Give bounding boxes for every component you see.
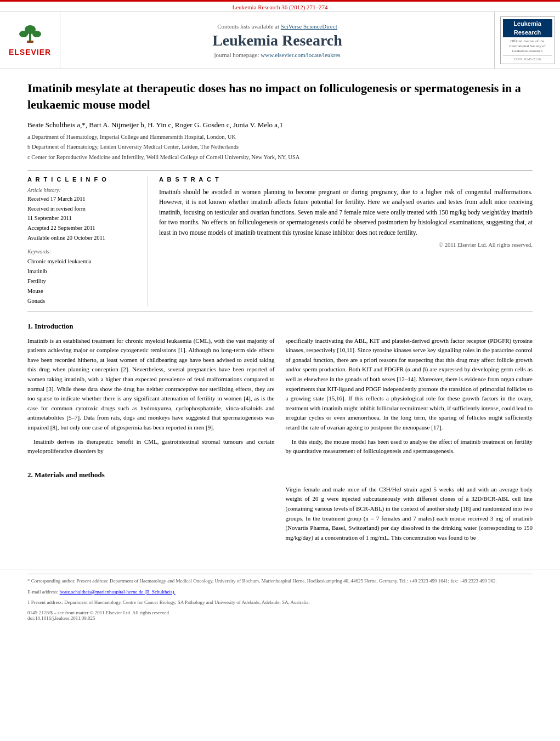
abstract-heading: A B S T R A C T xyxy=(159,176,533,183)
info-abstract-section: A R T I C L E I N F O Article history: R… xyxy=(27,176,533,306)
sciverse-text: Contents lists available at SciVerse Sci… xyxy=(217,23,337,30)
main-content: Imatinib mesylate at therapeutic doses h… xyxy=(0,69,560,558)
elsevier-tree-icon xyxy=(14,24,47,46)
abstract-text: Imatinib should be avoided in women plan… xyxy=(159,187,533,237)
star-footnote: * Corresponding author. Present address:… xyxy=(27,578,533,585)
one-footnote: 1 Present address: Department of Haemato… xyxy=(27,599,533,607)
article-info-heading: A R T I C L E I N F O xyxy=(27,176,139,183)
elsevier-name: ELSEVIER xyxy=(9,48,51,56)
methods-title-text: Materials and methods xyxy=(35,471,105,479)
svg-point-4 xyxy=(32,31,41,37)
keyword-5: Gonads xyxy=(27,296,139,306)
intro-right-para-2: In this study, the mouse model has been … xyxy=(286,437,533,456)
email-footnote: E-mail address: beate.schultheis@marienh… xyxy=(27,589,533,596)
logo-box-sub: Official Journal of the International So… xyxy=(509,39,545,53)
journal-title-area: Contents lists available at SciVerse Sci… xyxy=(60,12,494,69)
journal-logo-box-area: Leukemia Research Official Journal of th… xyxy=(494,12,560,69)
methods-section: 2. Materials and methods Virgin female a… xyxy=(27,471,533,547)
logo-box-title-part1: Leukemia xyxy=(513,20,541,27)
methods-body: Virgin female and male mice of the C3H/H… xyxy=(27,485,533,547)
intro-title: 1. Introduction xyxy=(27,322,533,331)
journal-citation-bar: Leukemia Research 36 (2012) 271–274 xyxy=(0,0,560,12)
methods-title: 2. Materials and methods xyxy=(27,471,533,479)
available-online: Available online 20 October 2011 xyxy=(27,234,139,242)
footer-copyright: 0145-2126/$ – see front matter © 2011 El… xyxy=(27,610,170,615)
intro-para-1: Imatinib is an established treatment for… xyxy=(27,336,275,433)
authors-line: Beate Schultheis a,*, Bart A. Nijmeijer … xyxy=(27,121,533,129)
article-info-col: A R T I C L E I N F O Article history: R… xyxy=(27,176,148,306)
intro-para-2: Imatinib derives its therapeutic benefit… xyxy=(27,437,275,456)
journal-title: Leukemia Research xyxy=(212,32,342,49)
received-revised-label: Received in revised form xyxy=(27,205,139,213)
svg-point-3 xyxy=(19,31,28,37)
footer: * Corresponding author. Present address:… xyxy=(0,569,560,625)
intro-left-col: Imatinib is an established treatment for… xyxy=(27,336,275,461)
elsevier-logo-area: ELSEVIER xyxy=(0,12,60,69)
article-title: Imatinib mesylate at therapeutic doses h… xyxy=(27,80,533,112)
keyword-4: Mouse xyxy=(27,286,139,296)
accepted-date: Accepted 22 September 2011 xyxy=(27,224,139,233)
footer-divider xyxy=(27,574,533,574)
journal-header: ELSEVIER Contents lists available at Sci… xyxy=(0,12,560,69)
revised-date: 11 September 2011 xyxy=(27,214,139,223)
introduction-section: 1. Introduction Imatinib is an establish… xyxy=(27,322,533,461)
keyword-1: Chronic myeloid leukaemia xyxy=(27,257,139,267)
methods-para-1: Virgin female and male mice of the C3H/H… xyxy=(286,485,533,543)
logo-box-title-part2: Research xyxy=(514,29,541,36)
abstract-col: A B S T R A C T Imatinib should be avoid… xyxy=(159,176,533,306)
copyright-line: © 2011 Elsevier Ltd. All rights reserved… xyxy=(159,242,533,248)
methods-text: Virgin female and male mice of the C3H/H… xyxy=(286,485,533,543)
keyword-3: Fertility xyxy=(27,276,139,286)
journal-citation: Leukemia Research 36 (2012) 271–274 xyxy=(232,4,327,10)
affiliations: a Department of Haematology, Imperial Co… xyxy=(27,133,533,162)
methods-left-col xyxy=(27,485,275,547)
star-footnote-text: * Corresponding author. Present address:… xyxy=(27,578,497,584)
homepage-link[interactable]: www.elsevier.com/locate/leukres xyxy=(261,52,340,58)
logo-box-note: ISSN: 0145-2126 xyxy=(503,57,552,61)
keywords-list: Chronic myeloid leukaemia Imatinib Ferti… xyxy=(27,257,139,306)
abstract-divider xyxy=(27,312,533,312)
keywords-label: Keywords: xyxy=(27,248,139,254)
methods-right-col: Virgin female and male mice of the C3H/H… xyxy=(286,485,533,547)
affiliation-a: a Department of Haematology, Imperial Co… xyxy=(27,133,533,142)
footer-copyright-doi: 0145-2126/$ – see front matter © 2011 El… xyxy=(27,610,533,621)
journal-homepage: journal homepage: www.elsevier.com/locat… xyxy=(214,52,340,58)
received-date: Received 17 March 2011 xyxy=(27,195,139,203)
journal-logo-box: Leukemia Research Official Journal of th… xyxy=(500,16,555,64)
one-footnote-text: 1 Present address: Department of Haemato… xyxy=(27,599,310,605)
intro-text-right: specifically inactivating the ABL, KIT a… xyxy=(286,336,533,456)
affiliation-c: c Center for Reproductive Medicine and I… xyxy=(27,153,533,162)
svg-rect-5 xyxy=(27,41,33,43)
email-link[interactable]: beate.schultheis@marienhospital-herne.de… xyxy=(59,589,175,595)
sciverse-link[interactable]: SciVerse ScienceDirect xyxy=(281,23,337,30)
header-divider xyxy=(27,170,533,171)
elsevier-logo: ELSEVIER xyxy=(9,24,51,56)
intro-right-col: specifically inactivating the ABL, KIT a… xyxy=(286,336,533,461)
intro-title-text: Introduction xyxy=(35,322,73,330)
affiliation-b: b Department of Haematology, Leiden Univ… xyxy=(27,143,533,152)
history-label: Article history: xyxy=(27,187,139,193)
keyword-2: Imatinib xyxy=(27,267,139,276)
keywords-section: Keywords: Chronic myeloid leukaemia Imat… xyxy=(27,248,139,306)
page: Leukemia Research 36 (2012) 271–274 ELSE… xyxy=(0,0,560,741)
footer-doi: doi:10.1016/j.leukres.2011.09.025 xyxy=(27,615,95,621)
intro-text-left: Imatinib is an established treatment for… xyxy=(27,336,275,456)
email-label: E-mail address: xyxy=(27,589,58,595)
intro-right-para-1: specifically inactivating the ABL, KIT a… xyxy=(286,336,533,433)
intro-body: Imatinib is an established treatment for… xyxy=(27,336,533,461)
